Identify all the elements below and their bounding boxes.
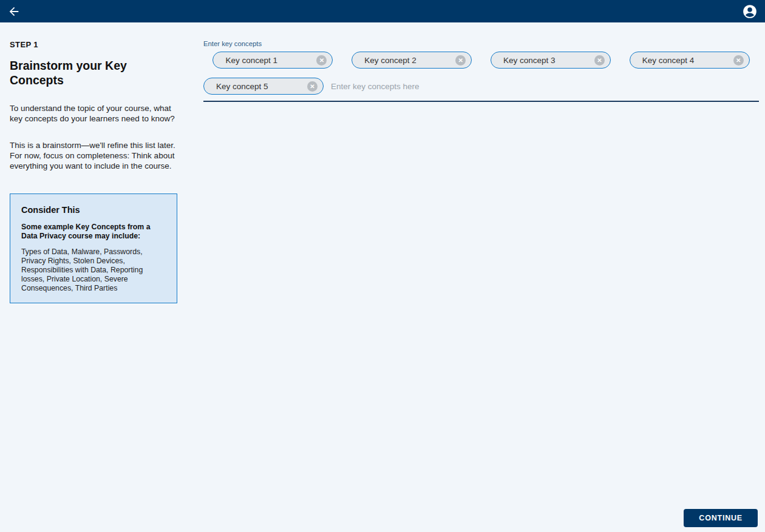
key-concept-chip: Key concept 3 ✕ xyxy=(491,52,611,69)
key-concept-chip-label: Key concept 3 xyxy=(503,56,594,65)
continue-button[interactable]: CONTINUE xyxy=(684,509,758,527)
instructions-paragraph: This is a brainstorm—we'll refine this l… xyxy=(10,140,177,172)
key-concept-chip: Key concept 1 ✕ xyxy=(212,52,333,69)
chip-remove-icon[interactable]: ✕ xyxy=(316,55,327,66)
consider-this-box: Consider This Some example Key Concepts … xyxy=(10,194,177,303)
key-concepts-field-label: Enter key concepts xyxy=(203,40,759,47)
account-circle-icon xyxy=(742,4,758,19)
key-concept-chip-label: Key concept 5 xyxy=(216,82,307,91)
intro-paragraph: To understand the topic of your course, … xyxy=(10,103,177,124)
chip-remove-icon[interactable]: ✕ xyxy=(733,55,744,66)
key-concept-chip: Key concept 4 ✕ xyxy=(630,52,750,69)
consider-this-title: Consider This xyxy=(21,205,167,215)
step-label: STEP 1 xyxy=(10,40,177,49)
chip-remove-icon[interactable]: ✕ xyxy=(594,55,605,66)
key-concepts-chip-list: Key concept 1 ✕ Key concept 2 ✕ Key conc… xyxy=(203,52,759,102)
chip-remove-icon[interactable]: ✕ xyxy=(455,55,466,66)
account-button[interactable] xyxy=(742,4,758,19)
sidebar: STEP 1 Brainstorm your Key Concepts To u… xyxy=(10,40,177,303)
key-concept-chip-label: Key concept 2 xyxy=(364,56,455,65)
back-button[interactable] xyxy=(7,5,21,18)
key-concept-chip-label: Key concept 1 xyxy=(225,56,316,65)
key-concepts-form: Enter key concepts Key concept 1 ✕ Key c… xyxy=(203,40,759,102)
consider-this-subtitle: Some example Key Concepts from a Data Pr… xyxy=(21,223,167,241)
consider-this-examples: Types of Data, Malware, Passwords, Priva… xyxy=(21,247,167,293)
key-concepts-input[interactable] xyxy=(331,78,759,95)
key-concept-chip: Key concept 2 ✕ xyxy=(352,52,472,69)
key-concept-chip-label: Key concept 4 xyxy=(642,56,733,65)
arrow-left-icon xyxy=(7,5,21,18)
chip-remove-icon[interactable]: ✕ xyxy=(307,81,318,92)
top-bar xyxy=(0,0,765,22)
key-concept-chip: Key concept 5 ✕ xyxy=(203,78,324,95)
page-title: Brainstorm your Key Concepts xyxy=(10,58,131,87)
